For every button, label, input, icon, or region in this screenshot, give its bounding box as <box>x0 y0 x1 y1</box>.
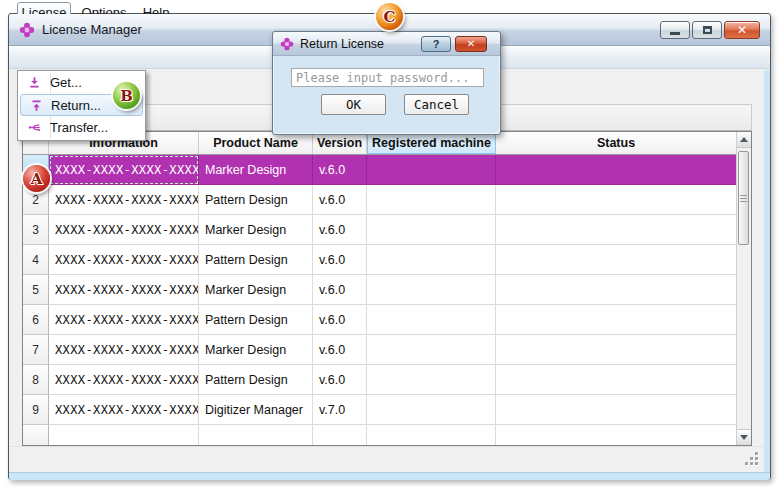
dialog-title-bar: Return License ? ✕ <box>273 32 500 56</box>
row-number[interactable]: 7 <box>23 335 49 365</box>
cancel-button[interactable]: Cancel <box>404 94 469 115</box>
cell-product-name[interactable]: Pattern Design <box>199 245 313 275</box>
table-row[interactable]: 7XXXX-XXXX-XXXX-XXXXMarker Designv.6.0 <box>23 335 736 365</box>
cell-status[interactable] <box>496 305 736 335</box>
menu-item-label: Get... <box>50 75 82 90</box>
cell-version[interactable]: v.6.0 <box>313 275 367 305</box>
cell-version[interactable]: v.6.0 <box>313 215 367 245</box>
close-button[interactable]: ✕ <box>724 21 760 39</box>
status-bar <box>10 446 764 472</box>
cell-product-name[interactable]: Marker Design <box>199 215 313 245</box>
cell-information[interactable]: XXXX-XXXX-XXXX-XXXX <box>49 395 199 425</box>
dialog-close-button[interactable]: ✕ <box>455 36 487 52</box>
menu-item-transfer[interactable]: Transfer... <box>18 116 145 139</box>
cell-registered-machine[interactable] <box>367 245 496 275</box>
cell-status[interactable] <box>496 365 736 395</box>
dialog-help-button[interactable]: ? <box>421 36 451 52</box>
resize-grip-icon[interactable] <box>744 452 758 466</box>
cell-product-name[interactable]: Pattern Design <box>199 305 313 335</box>
header-product-name[interactable]: Product Name <box>199 132 313 154</box>
app-flower-icon <box>19 22 35 38</box>
table-row[interactable]: 1XXXX-XXXX-XXXX-XXXXMarker Designv.6.0 <box>23 155 736 185</box>
table-row[interactable]: 8XXXX-XXXX-XXXX-XXXXPattern Designv.6.0 <box>23 365 736 395</box>
cell-version[interactable]: v.7.0 <box>313 395 367 425</box>
cell-status[interactable] <box>496 155 736 185</box>
cell-product-name[interactable]: Marker Design <box>199 335 313 365</box>
cell-information[interactable]: XXXX-XXXX-XXXX-XXXX <box>49 365 199 395</box>
scrollbar-thumb[interactable] <box>738 151 749 245</box>
scroll-down-icon <box>740 435 748 440</box>
cell-version[interactable]: v.6.0 <box>313 155 367 185</box>
cell-version[interactable]: v.6.0 <box>313 185 367 215</box>
cell-registered-machine[interactable] <box>367 215 496 245</box>
annotation-badge-a: A <box>23 165 50 192</box>
table-row[interactable]: 6XXXX-XXXX-XXXX-XXXXPattern Designv.6.0 <box>23 305 736 335</box>
table-row[interactable]: 2XXXX-XXXX-XXXX-XXXXPattern Designv.6.0 <box>23 185 736 215</box>
cell-status[interactable] <box>496 275 736 305</box>
dialog-flower-icon <box>280 37 294 51</box>
cell-information[interactable]: XXXX-XXXX-XXXX-XXXX <box>49 155 199 185</box>
empty-cell <box>313 425 367 445</box>
table-row[interactable]: 9XXXX-XXXX-XXXX-XXXXDigitizer Managerv.7… <box>23 395 736 425</box>
cell-version[interactable]: v.6.0 <box>313 335 367 365</box>
empty-cell <box>199 425 313 445</box>
minimize-button[interactable] <box>660 21 690 39</box>
upload-icon <box>21 99 51 112</box>
return-license-dialog: Return License ? ✕ OK Cancel <box>272 31 501 135</box>
menu-item-label: Return... <box>51 98 101 113</box>
row-number[interactable]: 3 <box>23 215 49 245</box>
cell-registered-machine[interactable] <box>367 365 496 395</box>
cell-product-name[interactable]: Marker Design <box>199 155 313 185</box>
table-row[interactable]: 5XXXX-XXXX-XXXX-XXXXMarker Designv.6.0 <box>23 275 736 305</box>
header-status[interactable]: Status <box>496 132 736 154</box>
cell-version[interactable]: v.6.0 <box>313 365 367 395</box>
empty-cell <box>367 425 496 445</box>
row-number[interactable]: 5 <box>23 275 49 305</box>
dialog-title: Return License <box>300 37 384 51</box>
table-row[interactable]: 3XXXX-XXXX-XXXX-XXXXMarker Designv.6.0 <box>23 215 736 245</box>
scroll-down-button[interactable] <box>737 429 751 445</box>
scroll-up-button[interactable] <box>737 132 751 148</box>
row-number[interactable]: 8 <box>23 365 49 395</box>
thumb-grip-icon <box>740 195 747 202</box>
cell-version[interactable]: v.6.0 <box>313 245 367 275</box>
header-version[interactable]: Version <box>313 132 367 154</box>
cell-registered-machine[interactable] <box>367 275 496 305</box>
cell-information[interactable]: XXXX-XXXX-XXXX-XXXX <box>49 335 199 365</box>
cell-product-name[interactable]: Pattern Design <box>199 185 313 215</box>
cell-information[interactable]: XXXX-XXXX-XXXX-XXXX <box>49 275 199 305</box>
cell-information[interactable]: XXXX-XXXX-XXXX-XXXX <box>49 245 199 275</box>
row-number[interactable]: 4 <box>23 245 49 275</box>
cell-status[interactable] <box>496 335 736 365</box>
scroll-up-icon <box>740 137 748 142</box>
header-registered-machine[interactable]: Registered machine <box>367 132 496 154</box>
cell-registered-machine[interactable] <box>367 395 496 425</box>
cell-status[interactable] <box>496 245 736 275</box>
cell-information[interactable]: XXXX-XXXX-XXXX-XXXX <box>49 185 199 215</box>
cell-product-name[interactable]: Pattern Design <box>199 365 313 395</box>
password-input[interactable] <box>291 68 484 87</box>
cell-status[interactable] <box>496 215 736 245</box>
table-empty-row <box>23 425 736 445</box>
table-row[interactable]: 4XXXX-XXXX-XXXX-XXXXPattern Designv.6.0 <box>23 245 736 275</box>
transfer-icon <box>18 121 50 134</box>
empty-row-number <box>23 425 49 445</box>
ok-button[interactable]: OK <box>321 94 386 115</box>
cell-status[interactable] <box>496 185 736 215</box>
cell-registered-machine[interactable] <box>367 155 496 185</box>
cell-information[interactable]: XXXX-XXXX-XXXX-XXXX <box>49 305 199 335</box>
cell-product-name[interactable]: Marker Design <box>199 275 313 305</box>
cell-product-name[interactable]: Digitizer Manager <box>199 395 313 425</box>
cell-registered-machine[interactable] <box>367 305 496 335</box>
cell-status[interactable] <box>496 395 736 425</box>
empty-cell <box>49 425 199 445</box>
cell-information[interactable]: XXXX-XXXX-XXXX-XXXX <box>49 215 199 245</box>
vertical-scrollbar[interactable] <box>736 132 751 445</box>
close-icon: ✕ <box>737 23 747 37</box>
cell-version[interactable]: v.6.0 <box>313 305 367 335</box>
row-number[interactable]: 9 <box>23 395 49 425</box>
cell-registered-machine[interactable] <box>367 335 496 365</box>
maximize-button[interactable] <box>692 21 722 39</box>
row-number[interactable]: 6 <box>23 305 49 335</box>
cell-registered-machine[interactable] <box>367 185 496 215</box>
